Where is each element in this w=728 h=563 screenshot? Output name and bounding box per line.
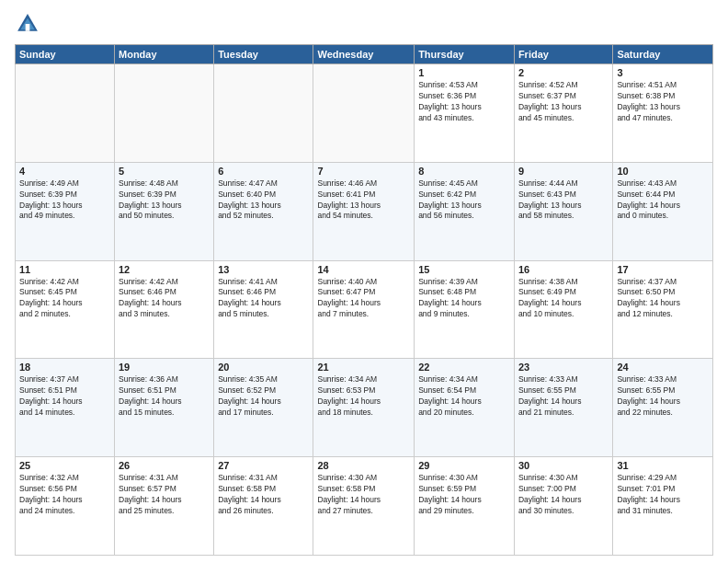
calendar-cell: 14Sunrise: 4:40 AM Sunset: 6:47 PM Dayli… — [313, 260, 415, 359]
day-number: 13 — [218, 264, 309, 275]
day-info: Sunrise: 4:44 AM Sunset: 6:43 PM Dayligh… — [518, 178, 609, 223]
day-number: 29 — [418, 460, 510, 471]
calendar-cell: 20Sunrise: 4:35 AM Sunset: 6:52 PM Dayli… — [214, 359, 313, 457]
weekday-header-wednesday: Wednesday — [313, 45, 415, 64]
day-number: 14 — [317, 264, 410, 275]
day-info: Sunrise: 4:36 AM Sunset: 6:51 PM Dayligh… — [119, 374, 210, 419]
day-info: Sunrise: 4:41 AM Sunset: 6:46 PM Dayligh… — [218, 277, 309, 321]
calendar-cell — [313, 64, 415, 163]
day-number: 31 — [617, 460, 709, 471]
calendar-cell — [214, 64, 313, 163]
day-info: Sunrise: 4:52 AM Sunset: 6:37 PM Dayligh… — [518, 80, 609, 124]
day-number: 27 — [218, 460, 309, 471]
day-info: Sunrise: 4:51 AM Sunset: 6:38 PM Dayligh… — [617, 80, 709, 124]
page: SundayMondayTuesdayWednesdayThursdayFrid… — [0, 0, 728, 563]
calendar-cell: 23Sunrise: 4:33 AM Sunset: 6:55 PM Dayli… — [514, 359, 612, 457]
weekday-header-tuesday: Tuesday — [214, 45, 313, 64]
day-number: 28 — [317, 460, 410, 471]
calendar-cell: 30Sunrise: 4:30 AM Sunset: 7:00 PM Dayli… — [514, 457, 612, 556]
weekday-header-monday: Monday — [115, 45, 214, 64]
calendar-cell: 19Sunrise: 4:36 AM Sunset: 6:51 PM Dayli… — [115, 359, 214, 457]
day-number: 20 — [218, 362, 309, 373]
day-info: Sunrise: 4:33 AM Sunset: 6:55 PM Dayligh… — [518, 374, 609, 419]
day-info: Sunrise: 4:30 AM Sunset: 6:59 PM Dayligh… — [418, 473, 510, 517]
calendar-cell: 24Sunrise: 4:33 AM Sunset: 6:55 PM Dayli… — [613, 359, 713, 457]
calendar-cell: 4Sunrise: 4:49 AM Sunset: 6:39 PM Daylig… — [16, 162, 115, 260]
day-info: Sunrise: 4:34 AM Sunset: 6:53 PM Dayligh… — [317, 374, 410, 419]
calendar-cell: 29Sunrise: 4:30 AM Sunset: 6:59 PM Dayli… — [415, 457, 515, 556]
weekday-header-saturday: Saturday — [613, 45, 713, 64]
svg-rect-2 — [26, 24, 30, 31]
day-info: Sunrise: 4:53 AM Sunset: 6:36 PM Dayligh… — [418, 80, 510, 124]
weekday-header-friday: Friday — [514, 45, 612, 64]
day-info: Sunrise: 4:40 AM Sunset: 6:47 PM Dayligh… — [317, 277, 410, 321]
day-info: Sunrise: 4:39 AM Sunset: 6:48 PM Dayligh… — [418, 277, 510, 321]
day-number: 3 — [617, 67, 709, 78]
day-number: 26 — [119, 460, 210, 471]
calendar-cell: 3Sunrise: 4:51 AM Sunset: 6:38 PM Daylig… — [613, 64, 713, 163]
calendar-cell: 11Sunrise: 4:42 AM Sunset: 6:45 PM Dayli… — [16, 260, 115, 359]
weekday-header-thursday: Thursday — [415, 45, 515, 64]
week-row-4: 18Sunrise: 4:37 AM Sunset: 6:51 PM Dayli… — [16, 359, 713, 457]
day-number: 16 — [518, 264, 609, 275]
calendar-cell: 9Sunrise: 4:44 AM Sunset: 6:43 PM Daylig… — [514, 162, 612, 260]
day-info: Sunrise: 4:30 AM Sunset: 6:58 PM Dayligh… — [317, 473, 410, 517]
day-number: 22 — [418, 362, 510, 373]
calendar-cell: 21Sunrise: 4:34 AM Sunset: 6:53 PM Dayli… — [313, 359, 415, 457]
weekday-header-sunday: Sunday — [16, 45, 115, 64]
day-number: 19 — [119, 362, 210, 373]
day-number: 10 — [617, 166, 709, 177]
calendar-cell: 6Sunrise: 4:47 AM Sunset: 6:40 PM Daylig… — [214, 162, 313, 260]
calendar-cell: 17Sunrise: 4:37 AM Sunset: 6:50 PM Dayli… — [613, 260, 713, 359]
day-number: 23 — [518, 362, 609, 373]
calendar-cell: 27Sunrise: 4:31 AM Sunset: 6:58 PM Dayli… — [214, 457, 313, 556]
day-number: 8 — [418, 166, 510, 177]
day-info: Sunrise: 4:30 AM Sunset: 7:00 PM Dayligh… — [518, 473, 609, 517]
day-info: Sunrise: 4:42 AM Sunset: 6:45 PM Dayligh… — [19, 277, 110, 321]
day-number: 12 — [119, 264, 210, 275]
day-number: 9 — [518, 166, 609, 177]
day-number: 11 — [19, 264, 110, 275]
week-row-2: 4Sunrise: 4:49 AM Sunset: 6:39 PM Daylig… — [16, 162, 713, 260]
calendar-cell: 12Sunrise: 4:42 AM Sunset: 6:46 PM Dayli… — [115, 260, 214, 359]
day-number: 25 — [19, 460, 110, 471]
day-info: Sunrise: 4:38 AM Sunset: 6:49 PM Dayligh… — [518, 277, 609, 321]
day-info: Sunrise: 4:48 AM Sunset: 6:39 PM Dayligh… — [119, 178, 210, 223]
calendar-table: SundayMondayTuesdayWednesdayThursdayFrid… — [15, 44, 713, 556]
calendar-cell: 15Sunrise: 4:39 AM Sunset: 6:48 PM Dayli… — [415, 260, 515, 359]
week-row-1: 1Sunrise: 4:53 AM Sunset: 6:36 PM Daylig… — [16, 64, 713, 163]
calendar-cell: 26Sunrise: 4:31 AM Sunset: 6:57 PM Dayli… — [115, 457, 214, 556]
calendar-cell: 5Sunrise: 4:48 AM Sunset: 6:39 PM Daylig… — [115, 162, 214, 260]
calendar-cell: 2Sunrise: 4:52 AM Sunset: 6:37 PM Daylig… — [514, 64, 612, 163]
day-info: Sunrise: 4:42 AM Sunset: 6:46 PM Dayligh… — [119, 277, 210, 321]
day-info: Sunrise: 4:35 AM Sunset: 6:52 PM Dayligh… — [218, 374, 309, 419]
calendar-cell: 31Sunrise: 4:29 AM Sunset: 7:01 PM Dayli… — [613, 457, 713, 556]
day-number: 15 — [418, 264, 510, 275]
week-row-5: 25Sunrise: 4:32 AM Sunset: 6:56 PM Dayli… — [16, 457, 713, 556]
calendar-cell: 28Sunrise: 4:30 AM Sunset: 6:58 PM Dayli… — [313, 457, 415, 556]
day-info: Sunrise: 4:32 AM Sunset: 6:56 PM Dayligh… — [19, 473, 110, 517]
day-number: 18 — [19, 362, 110, 373]
header — [15, 11, 713, 37]
day-info: Sunrise: 4:45 AM Sunset: 6:42 PM Dayligh… — [418, 178, 510, 223]
day-number: 6 — [218, 166, 309, 177]
day-info: Sunrise: 4:46 AM Sunset: 6:41 PM Dayligh… — [317, 178, 410, 223]
day-info: Sunrise: 4:37 AM Sunset: 6:50 PM Dayligh… — [617, 277, 709, 321]
day-info: Sunrise: 4:31 AM Sunset: 6:58 PM Dayligh… — [218, 473, 309, 517]
calendar-cell: 1Sunrise: 4:53 AM Sunset: 6:36 PM Daylig… — [415, 64, 515, 163]
day-number: 4 — [19, 166, 110, 177]
day-info: Sunrise: 4:49 AM Sunset: 6:39 PM Dayligh… — [19, 178, 110, 223]
calendar-cell: 13Sunrise: 4:41 AM Sunset: 6:46 PM Dayli… — [214, 260, 313, 359]
calendar-cell: 22Sunrise: 4:34 AM Sunset: 6:54 PM Dayli… — [415, 359, 515, 457]
day-info: Sunrise: 4:37 AM Sunset: 6:51 PM Dayligh… — [19, 374, 110, 419]
day-number: 7 — [317, 166, 410, 177]
calendar-cell: 25Sunrise: 4:32 AM Sunset: 6:56 PM Dayli… — [16, 457, 115, 556]
week-row-3: 11Sunrise: 4:42 AM Sunset: 6:45 PM Dayli… — [16, 260, 713, 359]
day-number: 2 — [518, 67, 609, 78]
day-number: 30 — [518, 460, 609, 471]
logo-icon — [15, 11, 40, 37]
calendar-cell: 10Sunrise: 4:43 AM Sunset: 6:44 PM Dayli… — [613, 162, 713, 260]
day-info: Sunrise: 4:31 AM Sunset: 6:57 PM Dayligh… — [119, 473, 210, 517]
weekday-header-row: SundayMondayTuesdayWednesdayThursdayFrid… — [16, 45, 713, 64]
calendar-cell — [16, 64, 115, 163]
